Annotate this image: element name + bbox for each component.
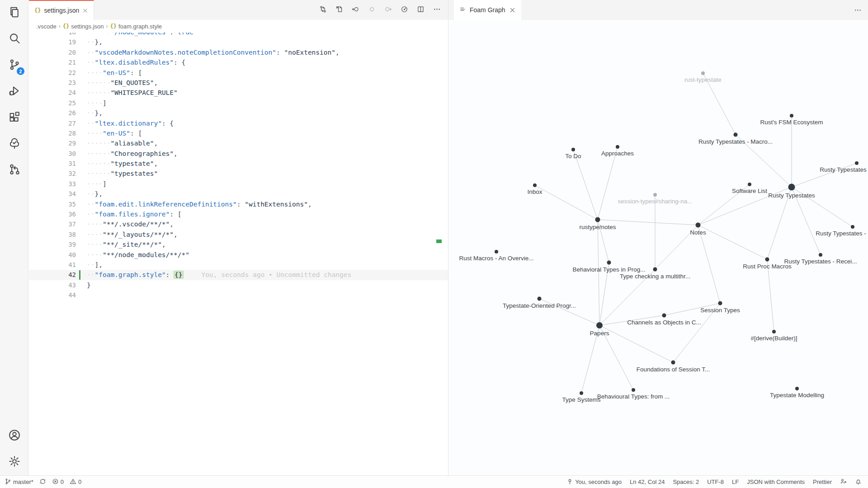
graph-node[interactable] <box>790 114 793 117</box>
status-encoding[interactable]: UTF-8 <box>707 476 724 488</box>
code-editor[interactable]: 18····"**/node_modules": true19··},20··"… <box>29 33 448 475</box>
breadcrumb-item[interactable]: {}foam.graph.style <box>110 23 162 30</box>
graph-node[interactable] <box>616 145 619 149</box>
code-line-32[interactable]: 32······"typestates" <box>29 169 448 178</box>
graph-node[interactable] <box>595 217 600 222</box>
code-line-38[interactable]: 38····"**/_layouts/**/*", <box>29 230 448 239</box>
activity-item-run-debug[interactable] <box>0 79 28 105</box>
graph-node[interactable] <box>734 133 738 137</box>
code-line-44[interactable]: 44 <box>29 290 448 300</box>
graph-node-label: Behavioral Types in Prog... <box>572 266 645 273</box>
graph-node[interactable] <box>788 184 795 191</box>
code-line-21[interactable]: 21··"ltex.disabledRules": { <box>29 57 448 67</box>
status-git-branch[interactable]: master* <box>5 476 33 488</box>
status-formatter[interactable]: Prettier <box>813 476 832 488</box>
graph-node[interactable] <box>701 71 705 75</box>
status-indentation[interactable]: Spaces: 2 <box>673 476 699 488</box>
graph-node[interactable] <box>653 267 657 272</box>
code-line-34[interactable]: 34··}, <box>29 189 448 199</box>
graph-node[interactable] <box>748 183 751 186</box>
graph-node[interactable] <box>662 314 666 318</box>
open-preview-button[interactable] <box>332 3 346 17</box>
code-line-19[interactable]: 19··}, <box>29 37 448 47</box>
code-line-28[interactable]: 28····"en-US": [ <box>29 128 448 138</box>
activity-item-extensions[interactable] <box>0 105 28 131</box>
status-notifications[interactable] <box>855 476 862 488</box>
breadcrumb-item[interactable]: {}settings.json <box>63 23 104 30</box>
activity-item-todo-tree[interactable] <box>0 131 28 157</box>
activity-item-source-control[interactable]: 2 <box>0 52 28 79</box>
graph-node[interactable] <box>855 161 859 165</box>
code-line-20[interactable]: 20··"vscodeMarkdownNotes.noteCompletionC… <box>29 47 448 57</box>
status-feedback[interactable] <box>840 476 847 488</box>
status-blame-status[interactable]: You, seconds ago <box>566 476 622 488</box>
code-line-31[interactable]: 31······"typestate", <box>29 159 448 169</box>
change-indicator-button[interactable] <box>365 3 378 17</box>
graph-node[interactable] <box>580 391 583 395</box>
status-cursor-position[interactable]: Ln 42, Col 24 <box>630 476 665 488</box>
tab-foam-graph[interactable]: Foam Graph <box>454 0 521 20</box>
code-line-39[interactable]: 39····"**/_site/**/*", <box>29 239 448 249</box>
code-line-24[interactable]: 24······"WHITESPACE_RULE" <box>29 88 448 98</box>
sync-icon <box>39 478 46 486</box>
line-number: 34 <box>29 189 76 199</box>
open-changes-button[interactable] <box>316 3 330 17</box>
tab-settings-json[interactable]: {} settings.json <box>29 0 94 20</box>
status-language-mode[interactable]: JSON with Comments <box>747 476 805 488</box>
code-line-36[interactable]: 36··"foam.files.ignore": [ <box>29 209 448 219</box>
more-actions-button[interactable] <box>430 3 443 17</box>
code-line-30[interactable]: 30······"Choreographies", <box>29 149 448 159</box>
graph-node[interactable] <box>538 297 542 301</box>
status-errors[interactable]: 0 <box>52 476 64 488</box>
status-eol[interactable]: LF <box>732 476 739 488</box>
graph-node[interactable] <box>671 361 675 365</box>
status-warnings[interactable]: 0 <box>70 476 81 488</box>
graph-node[interactable] <box>718 301 722 305</box>
code-line-29[interactable]: 29······"aliasable", <box>29 138 448 148</box>
gutter-heatmap-button[interactable] <box>397 3 411 17</box>
code-line-25[interactable]: 25····] <box>29 98 448 108</box>
graph-node[interactable] <box>795 387 799 390</box>
next-change-button[interactable] <box>381 3 395 17</box>
code-line-42[interactable]: 42··"foam.graph.style": {}You, seconds a… <box>29 270 448 280</box>
activity-item-git-graph[interactable] <box>0 157 28 183</box>
close-icon[interactable] <box>509 7 516 14</box>
status-sync[interactable] <box>39 476 46 488</box>
graph-node[interactable] <box>533 183 537 187</box>
code-line-23[interactable]: 23······"EN_QUOTES", <box>29 78 448 88</box>
graph-node[interactable] <box>607 261 611 265</box>
activity-item-search[interactable] <box>0 26 28 52</box>
code-line-41[interactable]: 41··], <box>29 260 448 270</box>
more-actions-icon[interactable] <box>854 0 862 20</box>
code-line-22[interactable]: 22····"en-US": [ <box>29 68 448 78</box>
graph-node[interactable] <box>772 330 776 333</box>
code-line-18[interactable]: 18····"**/node_modules": true <box>29 33 448 37</box>
graph-node[interactable] <box>819 253 822 257</box>
graph-node[interactable] <box>495 250 498 253</box>
activity-item-account[interactable] <box>0 423 28 449</box>
split-editor-button[interactable] <box>414 3 427 17</box>
branch-icon <box>5 478 11 486</box>
graph-node[interactable] <box>632 388 635 392</box>
graph-node[interactable] <box>851 225 854 229</box>
previous-change-button[interactable] <box>349 3 362 17</box>
graph-node[interactable] <box>571 148 575 151</box>
breadcrumb-separator: › <box>106 23 108 29</box>
breadcrumb-item[interactable]: .vscode <box>36 23 57 30</box>
code-line-37[interactable]: 37····"**/.vscode/**/*", <box>29 219 448 229</box>
activity-item-explorer[interactable] <box>0 0 28 26</box>
graph-node-label: Type Systems <box>562 396 601 403</box>
code-line-35[interactable]: 35··"foam.edit.linkReferenceDefinitions"… <box>29 199 448 209</box>
graph-node[interactable] <box>696 223 701 228</box>
graph-node[interactable] <box>765 258 769 262</box>
graph-node[interactable] <box>596 322 603 328</box>
code-line-40[interactable]: 40····"**/node_modules/**/*" <box>29 250 448 260</box>
close-icon[interactable] <box>82 8 88 14</box>
code-line-27[interactable]: 27··"ltex.dictionary": { <box>29 118 448 128</box>
code-line-43[interactable]: 43} <box>29 280 448 290</box>
code-line-33[interactable]: 33····] <box>29 179 448 189</box>
code-line-26[interactable]: 26··}, <box>29 108 448 118</box>
activity-item-settings[interactable] <box>0 449 28 475</box>
graph-node[interactable] <box>653 193 657 197</box>
editor-group: {} settings.json .vscode›{}settings.json… <box>29 0 448 475</box>
